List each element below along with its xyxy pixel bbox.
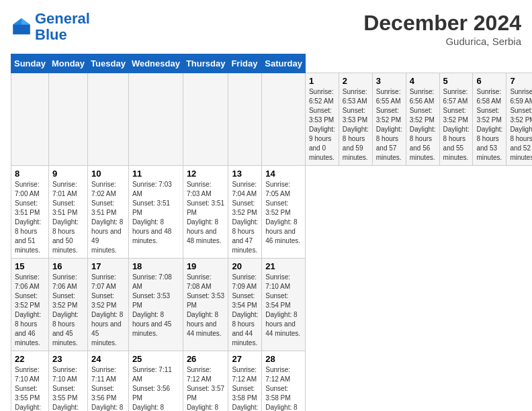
col-monday: Monday [48,54,87,73]
day-number: 23 [52,354,84,364]
day-info: Sunrise: 7:02 AMSunset: 3:51 PMDaylight:… [91,180,125,255]
day-info: Sunrise: 7:09 AMSunset: 3:54 PMDaylight:… [232,273,258,348]
day-info: Sunrise: 7:11 AMSunset: 3:56 PMDaylight:… [91,365,125,411]
table-row: 26Sunrise: 7:12 AMSunset: 3:57 PMDayligh… [183,351,228,412]
day-info: Sunrise: 7:07 AMSunset: 3:52 PMDaylight:… [91,273,125,348]
table-row [11,73,49,166]
day-number: 20 [232,261,258,271]
table-row: 8Sunrise: 7:00 AMSunset: 3:51 PMDaylight… [11,166,49,259]
day-number: 11 [132,169,179,179]
table-row: 3Sunrise: 6:55 AMSunset: 3:52 PMDaylight… [372,73,406,166]
day-info: Sunrise: 7:08 AMSunset: 3:53 PMDaylight:… [132,273,179,338]
logo: General Blue [11,11,90,43]
day-number: 14 [265,169,302,179]
month-title: December 2024 [363,11,521,36]
day-info: Sunrise: 7:06 AMSunset: 3:52 PMDaylight:… [52,273,84,348]
day-info: Sunrise: 6:56 AMSunset: 3:52 PMDaylight:… [410,87,436,163]
table-row: 7Sunrise: 6:59 AMSunset: 3:52 PMDaylight… [506,73,532,166]
calendar-row: 1Sunrise: 6:52 AMSunset: 3:53 PMDaylight… [11,73,533,166]
table-row: 6Sunrise: 6:58 AMSunset: 3:52 PMDaylight… [473,73,506,166]
logo-text: General Blue [35,11,90,43]
day-info: Sunrise: 7:12 AMSunset: 3:57 PMDaylight:… [187,365,225,411]
day-number: 21 [265,261,302,271]
table-row [48,73,87,166]
day-info: Sunrise: 6:58 AMSunset: 3:52 PMDaylight:… [476,87,502,163]
day-info: Sunrise: 6:53 AMSunset: 3:53 PMDaylight:… [343,87,369,163]
svg-marker-1 [21,18,30,25]
table-row [228,73,262,166]
table-row: 16Sunrise: 7:06 AMSunset: 3:52 PMDayligh… [48,259,87,351]
day-number: 24 [91,354,125,364]
table-row [183,73,228,166]
calendar-row: 8Sunrise: 7:00 AMSunset: 3:51 PMDaylight… [11,166,533,259]
table-row: 14Sunrise: 7:05 AMSunset: 3:52 PMDayligh… [262,166,306,259]
day-number: 2 [343,76,369,86]
logo-icon [11,16,32,38]
day-info: Sunrise: 6:52 AMSunset: 3:53 PMDaylight:… [309,87,335,163]
calendar-table: Sunday Monday Tuesday Wednesday Thursday… [11,54,532,411]
day-info: Sunrise: 7:01 AMSunset: 3:51 PMDaylight:… [52,180,84,255]
col-tuesday: Tuesday [88,54,129,73]
day-number: 7 [510,76,532,86]
col-friday: Friday [228,54,262,73]
table-row: 28Sunrise: 7:12 AMSunset: 3:58 PMDayligh… [262,351,306,412]
day-number: 27 [232,354,258,364]
day-number: 25 [132,354,179,364]
table-row: 5Sunrise: 6:57 AMSunset: 3:52 PMDaylight… [439,73,473,166]
table-row: 18Sunrise: 7:08 AMSunset: 3:53 PMDayligh… [128,259,183,351]
logo-line1: General [35,10,90,27]
day-info: Sunrise: 7:12 AMSunset: 3:58 PMDaylight:… [265,365,302,411]
day-number: 15 [15,261,45,271]
day-number: 26 [187,354,225,364]
day-info: Sunrise: 7:11 AMSunset: 3:56 PMDaylight:… [132,365,179,411]
table-row [262,73,306,166]
day-number: 16 [52,261,84,271]
day-number: 10 [91,169,125,179]
table-row [128,73,183,166]
day-number: 6 [476,76,502,86]
table-row: 22Sunrise: 7:10 AMSunset: 3:55 PMDayligh… [11,351,49,412]
table-row: 10Sunrise: 7:02 AMSunset: 3:51 PMDayligh… [88,166,129,259]
day-number: 22 [15,354,45,364]
day-number: 8 [15,169,45,179]
day-info: Sunrise: 7:03 AMSunset: 3:51 PMDaylight:… [187,180,225,246]
day-info: Sunrise: 6:55 AMSunset: 3:52 PMDaylight:… [376,87,402,163]
calendar-header-row: Sunday Monday Tuesday Wednesday Thursday… [11,54,533,73]
day-number: 3 [376,76,402,86]
location: Gudurica, Serbia [363,36,521,47]
day-info: Sunrise: 6:57 AMSunset: 3:52 PMDaylight:… [443,87,470,163]
day-info: Sunrise: 7:12 AMSunset: 3:58 PMDaylight:… [232,365,258,411]
day-number: 17 [91,261,125,271]
table-row: 11Sunrise: 7:03 AMSunset: 3:51 PMDayligh… [128,166,183,259]
table-row: 12Sunrise: 7:03 AMSunset: 3:51 PMDayligh… [183,166,228,259]
day-number: 4 [410,76,436,86]
day-number: 12 [187,169,225,179]
table-row: 13Sunrise: 7:04 AMSunset: 3:52 PMDayligh… [228,166,262,259]
day-info: Sunrise: 7:10 AMSunset: 3:55 PMDaylight:… [52,365,84,411]
table-row: 23Sunrise: 7:10 AMSunset: 3:55 PMDayligh… [48,351,87,412]
svg-marker-2 [13,18,21,25]
calendar-row: 15Sunrise: 7:06 AMSunset: 3:52 PMDayligh… [11,259,533,351]
table-row: 27Sunrise: 7:12 AMSunset: 3:58 PMDayligh… [228,351,262,412]
table-row: 15Sunrise: 7:06 AMSunset: 3:52 PMDayligh… [11,259,49,351]
day-number: 13 [232,169,258,179]
table-row: 9Sunrise: 7:01 AMSunset: 3:51 PMDaylight… [48,166,87,259]
table-row: 19Sunrise: 7:08 AMSunset: 3:53 PMDayligh… [183,259,228,351]
day-number: 1 [309,76,335,86]
day-number: 28 [265,354,302,364]
logo-line2: Blue [35,26,67,43]
page-header: General Blue December 2024 Gudurica, Ser… [11,11,521,47]
day-info: Sunrise: 7:10 AMSunset: 3:55 PMDaylight:… [15,365,45,411]
table-row: 25Sunrise: 7:11 AMSunset: 3:56 PMDayligh… [128,351,183,412]
day-info: Sunrise: 7:04 AMSunset: 3:52 PMDaylight:… [232,180,258,255]
day-number: 18 [132,261,179,271]
col-thursday: Thursday [183,54,228,73]
table-row: 4Sunrise: 6:56 AMSunset: 3:52 PMDaylight… [406,73,439,166]
day-info: Sunrise: 6:59 AMSunset: 3:52 PMDaylight:… [510,87,532,163]
day-info: Sunrise: 7:05 AMSunset: 3:52 PMDaylight:… [265,180,302,246]
col-wednesday: Wednesday [128,54,183,73]
col-sunday: Sunday [11,54,49,73]
day-info: Sunrise: 7:06 AMSunset: 3:52 PMDaylight:… [15,273,45,348]
table-row: 21Sunrise: 7:10 AMSunset: 3:54 PMDayligh… [262,259,306,351]
day-info: Sunrise: 7:03 AMSunset: 3:51 PMDaylight:… [132,180,179,246]
